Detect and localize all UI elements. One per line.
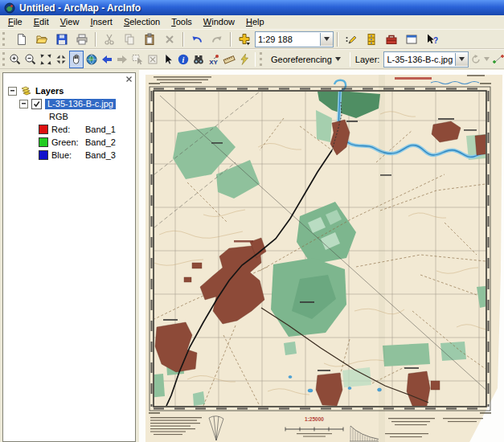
toc-layer-node[interactable]: L-35-136-B-c.jpg bbox=[3, 97, 135, 110]
rotate-arrow-icon bbox=[470, 54, 481, 65]
go-to-xy-tool[interactable]: XY bbox=[207, 51, 221, 68]
toc-root-node[interactable]: Layers bbox=[3, 84, 135, 97]
window-title: Untitled - ArcMap - ArcInfo bbox=[19, 2, 141, 14]
toolbar-separator bbox=[350, 52, 350, 67]
menu-insert[interactable]: Insert bbox=[84, 16, 118, 28]
collapse-expand-icon[interactable] bbox=[8, 87, 17, 96]
toolbar-separator bbox=[182, 32, 184, 47]
full-extent-button[interactable] bbox=[84, 51, 99, 68]
whats-this-help-button[interactable]: ? bbox=[422, 31, 441, 48]
add-control-points-tool[interactable] bbox=[491, 51, 504, 68]
fixed-zoom-out-button[interactable] bbox=[54, 51, 68, 68]
layer-visibility-checkbox[interactable] bbox=[31, 99, 42, 109]
georeferencing-layer-value[interactable]: L-35-136-B-c.jpg bbox=[384, 55, 455, 64]
rotate-links-dropdown-disabled[interactable] bbox=[483, 51, 490, 68]
rotate-links-button-disabled[interactable] bbox=[469, 51, 482, 68]
arctoolbox-button[interactable] bbox=[382, 31, 401, 48]
add-data-button[interactable] bbox=[235, 31, 254, 48]
georeferencing-layer-label: Layer: bbox=[354, 55, 383, 64]
toolbar-separator bbox=[95, 32, 96, 47]
green-band-swatch[interactable] bbox=[39, 137, 48, 147]
select-features-icon bbox=[131, 53, 144, 66]
map-canvas: 1:25000 bbox=[139, 70, 504, 442]
back-arrow-icon bbox=[100, 53, 113, 66]
find-tool[interactable] bbox=[191, 51, 206, 68]
new-map-button[interactable] bbox=[12, 31, 31, 48]
menu-window[interactable]: Window bbox=[198, 16, 240, 28]
select-elements-tool[interactable] bbox=[161, 51, 175, 68]
paste-clipboard-icon bbox=[143, 33, 156, 46]
clear-selection-icon bbox=[146, 53, 159, 66]
hyperlink-lightning-icon bbox=[238, 53, 251, 66]
standard-toolbar: 1:29 188 bbox=[0, 29, 504, 49]
arccatalog-button[interactable] bbox=[362, 31, 381, 48]
zoom-out-tool[interactable] bbox=[23, 51, 38, 68]
new-document-icon bbox=[15, 33, 28, 46]
menu-tools[interactable]: Tools bbox=[166, 16, 198, 28]
redo-button-disabled[interactable] bbox=[207, 31, 227, 48]
toolbar-grip[interactable] bbox=[2, 32, 9, 46]
zoom-in-icon bbox=[9, 53, 22, 66]
toolbar-grip[interactable] bbox=[2, 52, 5, 66]
open-folder-icon bbox=[35, 33, 48, 46]
editor-toolbar-button[interactable] bbox=[342, 31, 361, 48]
hyperlink-tool[interactable] bbox=[237, 51, 252, 68]
blue-band-swatch[interactable] bbox=[39, 150, 48, 160]
go-back-extent-button[interactable] bbox=[100, 51, 114, 68]
menu-bar: File Edit View Insert Selection Tools Wi… bbox=[0, 15, 504, 29]
map-scale-text: 1:25000 bbox=[305, 416, 324, 422]
paste-button[interactable] bbox=[140, 31, 159, 48]
georeferencing-menu-label: Georeferencing bbox=[271, 55, 332, 64]
print-button[interactable] bbox=[72, 31, 92, 48]
menu-selection[interactable]: Selection bbox=[118, 16, 166, 28]
copy-button-disabled[interactable] bbox=[120, 31, 139, 48]
pan-hand-icon bbox=[70, 53, 83, 66]
open-map-button[interactable] bbox=[32, 31, 51, 48]
measure-ruler-icon bbox=[223, 53, 236, 66]
menu-help[interactable]: Help bbox=[240, 16, 270, 28]
delete-button-disabled[interactable] bbox=[160, 31, 179, 48]
map-scale-dropdown-button[interactable] bbox=[320, 33, 333, 46]
collapse-expand-icon[interactable] bbox=[19, 100, 28, 108]
save-floppy-icon bbox=[55, 33, 68, 46]
fixed-zoom-in-icon bbox=[39, 53, 52, 66]
zoom-in-tool[interactable] bbox=[8, 51, 23, 68]
toolbar-grip[interactable] bbox=[260, 52, 262, 66]
undo-button[interactable] bbox=[187, 31, 207, 48]
band-channel-label: Green: bbox=[51, 137, 82, 147]
sheet-title-red-text bbox=[395, 77, 432, 80]
clear-selected-features-button-disabled[interactable] bbox=[145, 51, 160, 68]
map-view[interactable]: 1:25000 bbox=[139, 70, 504, 442]
red-band-swatch[interactable] bbox=[39, 125, 48, 134]
toc-close-button[interactable] bbox=[124, 74, 133, 84]
arctoolbox-icon bbox=[385, 33, 398, 46]
menu-edit[interactable]: Edit bbox=[28, 16, 55, 28]
main-content: Layers L-35-136-B-c.jpg RGB bbox=[0, 69, 504, 442]
select-features-tool-disabled[interactable] bbox=[130, 51, 145, 68]
svg-text:XY: XY bbox=[209, 58, 218, 65]
toc-band-green-row: Green: Band_2 bbox=[3, 136, 135, 149]
measure-tool[interactable] bbox=[222, 51, 236, 68]
go-forward-extent-button-disabled[interactable] bbox=[115, 51, 129, 68]
pan-tool-active[interactable] bbox=[69, 51, 84, 68]
title-bar[interactable]: Untitled - ArcMap - ArcInfo bbox=[0, 0, 504, 15]
georeferencing-menu-button[interactable]: Georeferencing bbox=[265, 52, 346, 67]
chevron-down-icon bbox=[324, 37, 330, 41]
map-scale-value[interactable]: 1:29 188 bbox=[256, 35, 320, 44]
checkmark-icon bbox=[33, 100, 40, 108]
georeferencing-layer-dropdown-button[interactable] bbox=[455, 53, 468, 66]
layers-group-icon bbox=[20, 86, 32, 96]
cut-button-disabled[interactable] bbox=[100, 31, 119, 48]
fixed-zoom-in-button[interactable] bbox=[39, 51, 53, 68]
toc-root-label[interactable]: Layers bbox=[35, 86, 64, 96]
chevron-down-icon bbox=[459, 57, 465, 61]
georeferencing-layer-combo[interactable]: L-35-136-B-c.jpg bbox=[383, 51, 469, 68]
identify-tool[interactable]: i bbox=[176, 51, 191, 68]
command-line-window-button[interactable] bbox=[402, 31, 421, 48]
menu-view[interactable]: View bbox=[55, 16, 85, 28]
map-scale-combo[interactable]: 1:29 188 bbox=[255, 31, 334, 47]
layer-name-selected[interactable]: L-35-136-B-c.jpg bbox=[45, 99, 116, 109]
menu-file[interactable]: File bbox=[2, 16, 28, 28]
save-map-button[interactable] bbox=[52, 31, 72, 48]
redo-arrow-icon bbox=[211, 33, 223, 46]
